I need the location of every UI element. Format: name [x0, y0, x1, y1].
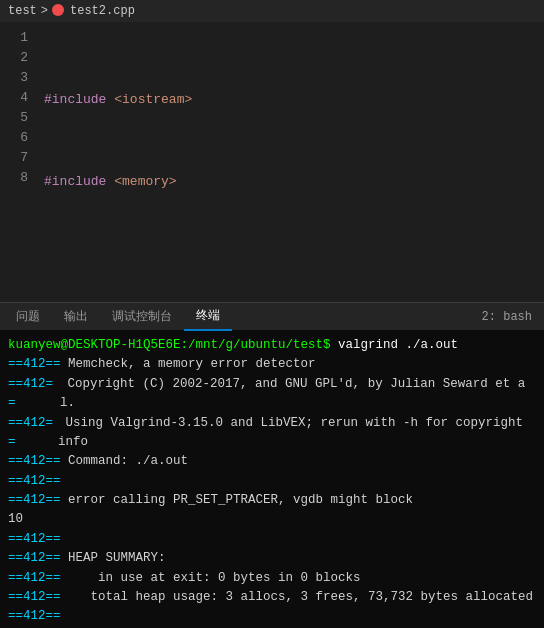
tab-bar: test > test2.cpp [0, 0, 544, 22]
line-num-1: 1 [8, 28, 28, 48]
term-line-6: ==412== error calling PR_SET_PTRACER, vg… [8, 491, 536, 510]
term-line-output: 10 [8, 510, 536, 529]
lib-iostream: <iostream> [114, 90, 192, 111]
editor-area: 1 2 3 4 5 6 7 8 #include <iostream> #inc… [0, 22, 544, 222]
term-line-8: ==412== HEAP SUMMARY: [8, 549, 536, 568]
breadcrumb-project: test [8, 4, 37, 18]
line-num-8: 8 [8, 168, 28, 188]
tab-output[interactable]: 输出 [52, 303, 100, 331]
tab-terminal[interactable]: 终端 [184, 303, 232, 331]
terminal-area[interactable]: kuanyew@DESKTOP-H1Q5E6E:/mnt/g/ubuntu/te… [0, 330, 544, 628]
line-num-7: 7 [8, 148, 28, 168]
term-line-5: ==412== [8, 472, 536, 491]
bash-label: 2: bash [482, 310, 540, 324]
line-numbers: 1 2 3 4 5 6 7 8 [0, 22, 36, 222]
cpp-icon [52, 4, 64, 16]
term-line-11: ==412== [8, 607, 536, 626]
term-line-9: ==412== in use at exit: 0 bytes in 0 blo… [8, 569, 536, 588]
breadcrumb-separator: > [41, 4, 48, 18]
code-content[interactable]: #include <iostream> #include <memory> us… [36, 22, 544, 222]
terminal-prompt: kuanyew@DESKTOP-H1Q5E6E:/mnt/g/ubuntu/te… [8, 336, 331, 355]
code-line-1: #include <iostream> [44, 90, 536, 110]
kw-include-1: #include [44, 90, 106, 111]
tab-debug-console[interactable]: 调试控制台 [100, 303, 184, 331]
breadcrumb: test > test2.cpp [8, 4, 135, 18]
kw-include-2: #include [44, 172, 106, 193]
line-num-6: 6 [8, 128, 28, 148]
terminal-command: valgrind ./a.out [331, 336, 459, 355]
term-line-7: ==412== [8, 530, 536, 549]
term-line-2: ==412== Copyright (C) 2002-2017, and GNU… [8, 375, 536, 414]
term-line-10: ==412== total heap usage: 3 allocs, 3 fr… [8, 588, 536, 607]
line-num-5: 5 [8, 108, 28, 128]
panel-tabs-left: 问题 输出 调试控制台 终端 [4, 303, 232, 331]
lib-memory: <memory> [114, 172, 176, 193]
editor-gap [0, 222, 544, 302]
breadcrumb-file: test2.cpp [70, 4, 135, 18]
panel-tabs: 问题 输出 调试控制台 终端 2: bash [0, 302, 544, 330]
term-line-1: ==412== Memcheck, a memory error detecto… [8, 355, 536, 374]
terminal-prompt-line: kuanyew@DESKTOP-H1Q5E6E:/mnt/g/ubuntu/te… [8, 336, 536, 355]
code-line-2: #include <memory> [44, 173, 536, 193]
line-num-2: 2 [8, 48, 28, 68]
line-num-3: 3 [8, 68, 28, 88]
line-num-4: 4 [8, 88, 28, 108]
tab-problems[interactable]: 问题 [4, 303, 52, 331]
term-line-4: ==412== Command: ./a.out [8, 452, 536, 471]
term-line-3: ==412== Using Valgrind-3.15.0 and LibVEX… [8, 414, 536, 453]
